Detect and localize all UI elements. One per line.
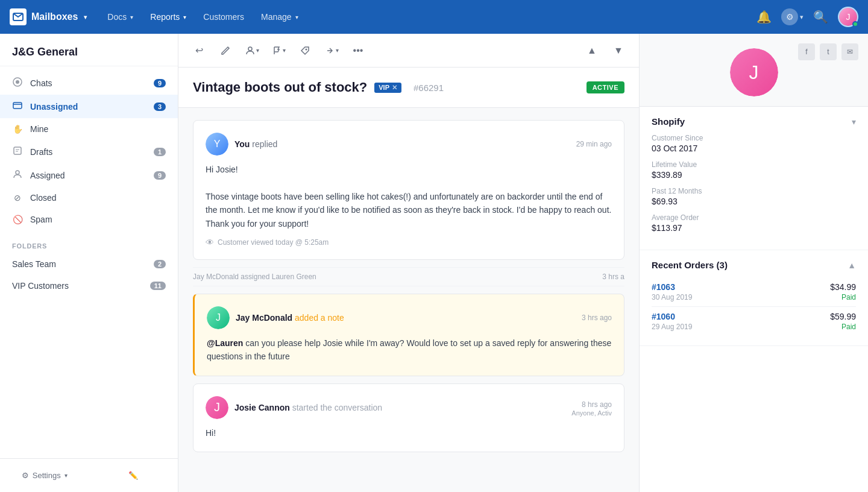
nav-reports[interactable]: Reports▾ — [144, 8, 192, 25]
order-1063-status: Paid — [830, 293, 856, 301]
settings-icon: ⚙ — [22, 471, 29, 480]
past-12-value: $69.93 — [652, 197, 856, 206]
recent-orders-header[interactable]: Recent Orders (3) ▲ — [652, 260, 856, 270]
msg-avatar-you: Y — [206, 133, 228, 156]
mine-icon: ✋ — [12, 124, 23, 134]
notifications-icon[interactable]: 🔔 — [756, 10, 772, 24]
sidebar-item-vip-customers[interactable]: VIP Customers 11 — [0, 275, 178, 297]
logo-icon — [10, 8, 27, 25]
sidebar-item-chats[interactable]: Chats 9 — [0, 71, 178, 95]
order-row-1063: #1063 30 Aug 2019 $34.99 Paid — [652, 277, 856, 307]
sidebar-item-sales-team[interactable]: Sales Team 2 — [0, 253, 178, 275]
order-1060-date: 29 Aug 2019 — [652, 323, 692, 331]
logo[interactable]: Mailboxes ▾ — [10, 8, 87, 25]
prev-button[interactable]: ▲ — [581, 40, 603, 62]
msg-meta-3: Josie Cannon started the conversation — [234, 402, 565, 413]
drafts-icon — [12, 146, 23, 157]
order-1063-left: #1063 30 Aug 2019 — [652, 282, 692, 301]
shopify-header[interactable]: Shopify ▾ — [652, 116, 856, 127]
customer-avatar-img: J — [730, 48, 778, 96]
compose-icon: ✏️ — [128, 471, 138, 480]
tag-button[interactable] — [294, 40, 316, 62]
customer-profile: J f t ✉ — [640, 34, 868, 107]
unassigned-badge: 3 — [154, 102, 166, 111]
mailboxes-caret: ▾ — [84, 14, 87, 20]
msg-body-1: Hi Josie! Those vintage boots have been … — [206, 163, 612, 230]
sidebar-title: J&G General — [0, 34, 178, 66]
vip-remove[interactable]: ✕ — [392, 84, 397, 92]
sidebar-item-spam[interactable]: 🚫 Spam — [0, 209, 178, 230]
back-button[interactable]: ↩ — [188, 40, 210, 62]
customer-since-value: 03 Oct 2017 — [652, 144, 856, 153]
lifetime-value-field: Lifetime Value $339.89 — [652, 160, 856, 180]
user-avatar-wrap[interactable]: J — [838, 7, 858, 27]
sidebar-item-drafts[interactable]: Drafts 1 — [0, 140, 178, 163]
system-message-1: Jay McDonald assigned Lauren Green 3 hrs… — [193, 267, 624, 286]
action-button[interactable]: ▾ — [321, 40, 342, 62]
msg-sender-3: Josie Cannon started the conversation — [234, 403, 382, 412]
order-1063-number[interactable]: #1063 — [652, 282, 692, 292]
svg-rect-4 — [14, 147, 21, 154]
order-1063-right: $34.99 Paid — [830, 282, 856, 301]
sidebar-item-assigned[interactable]: Assigned 9 — [0, 163, 178, 187]
msg-meta-1: You replied — [234, 139, 570, 150]
active-badge: ACTIVE — [587, 81, 624, 93]
message-you-replied: Y You replied 29 min ago Hi Josie! Those — [193, 120, 624, 260]
sales-team-badge: 2 — [154, 260, 166, 268]
svg-rect-3 — [13, 102, 22, 109]
user-settings-icon[interactable]: ⚙ ▾ — [781, 8, 804, 25]
spam-icon: 🚫 — [12, 215, 23, 224]
conversation-header: Vintage boots out of stock? VIP ✕ #66291… — [178, 68, 639, 108]
recent-orders-title: Recent Orders (3) — [652, 260, 728, 270]
msg-header-3: J Josie Cannon started the conversation … — [206, 396, 612, 419]
svg-point-7 — [306, 48, 307, 50]
eye-icon: 👁 — [206, 238, 214, 247]
chats-label: Chats — [30, 78, 52, 88]
order-1063-date: 30 Aug 2019 — [652, 293, 692, 301]
nav-customers[interactable]: Customers — [197, 8, 250, 25]
avg-order-value: $113.97 — [652, 223, 856, 233]
recent-orders-section: Recent Orders (3) ▲ #1063 30 Aug 2019 $3… — [640, 250, 868, 346]
compose-button[interactable]: ✏️ — [89, 464, 178, 487]
msg-viewed-1: 👁 Customer viewed today @ 5:25am — [206, 238, 612, 247]
closed-icon: ⊘ — [12, 193, 23, 203]
facebook-icon[interactable]: f — [798, 43, 815, 60]
edit-button[interactable] — [215, 40, 236, 62]
sidebar-item-unassigned[interactable]: Unassigned 3 — [0, 95, 178, 118]
search-icon[interactable]: 🔍 — [813, 10, 828, 24]
message-josie-started: J Josie Cannon started the conversation … — [193, 383, 624, 452]
flag-button[interactable]: ▾ — [268, 40, 289, 62]
folders-section-label: FOLDERS — [0, 235, 178, 253]
msg-header-2: J Jay McDonald added a note 3 hrs ago — [207, 306, 612, 329]
unassigned-icon — [12, 101, 23, 112]
msg-sub-time-3: Anyone, Activ — [571, 409, 612, 417]
nav-manage[interactable]: Manage▾ — [255, 8, 304, 25]
orders-chevron: ▲ — [848, 260, 856, 270]
assign-button[interactable]: ▾ — [241, 40, 263, 62]
email-icon[interactable]: ✉ — [841, 43, 858, 60]
order-1060-left: #1060 29 Aug 2019 — [652, 312, 692, 331]
message-jay-note: J Jay McDonald added a note 3 hrs ago @L… — [193, 294, 624, 376]
toolbar-right: ▲ ▼ — [581, 40, 629, 62]
nav-docs[interactable]: Docs▾ — [101, 8, 139, 25]
next-button[interactable]: ▼ — [608, 40, 629, 62]
content-area: ↩ ▾ ▾ ▾ ••• ▲ ▼ — [178, 34, 639, 492]
avg-order-label: Average Order — [652, 213, 856, 222]
msg-sender-1: You replied — [234, 139, 277, 149]
past-12-field: Past 12 Months $69.93 — [652, 187, 856, 206]
svg-point-5 — [16, 171, 19, 174]
sidebar-nav: Chats 9 Unassigned 3 ✋ Mine Drafts 1 — [0, 66, 178, 235]
sidebar-item-closed[interactable]: ⊘ Closed — [0, 187, 178, 209]
settings-button[interactable]: ⚙ Settings ▾ — [0, 464, 89, 487]
twitter-icon[interactable]: t — [820, 43, 837, 60]
chats-icon — [12, 77, 23, 89]
order-1060-number[interactable]: #1060 — [652, 312, 692, 321]
chats-badge: 9 — [154, 79, 166, 87]
msg-avatar-josie: J — [206, 396, 228, 419]
conv-header-right: ACTIVE — [587, 81, 624, 93]
customer-since-field: Customer Since 03 Oct 2017 — [652, 134, 856, 153]
nav-right: 🔔 ⚙ ▾ 🔍 J — [756, 7, 858, 27]
sidebar-item-mine[interactable]: ✋ Mine — [0, 118, 178, 140]
more-button[interactable]: ••• — [347, 40, 369, 62]
online-indicator — [852, 21, 858, 27]
